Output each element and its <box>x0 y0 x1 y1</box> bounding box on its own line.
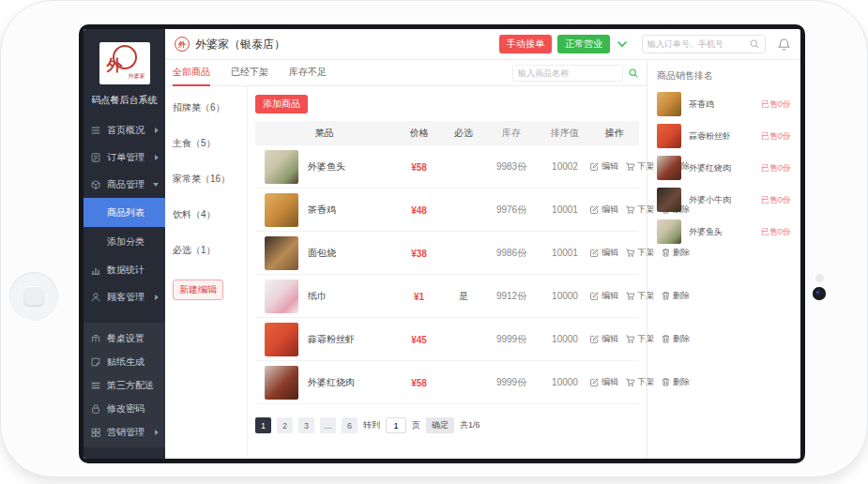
category-item[interactable]: 主食（5） <box>173 137 239 150</box>
page-button[interactable]: 3 <box>298 417 314 433</box>
goods-tabs: 全部商品已经下架库存不足 <box>165 60 647 86</box>
home-button-square <box>23 286 44 307</box>
dish-stock: 9986份 <box>482 247 541 260</box>
orders-icon <box>90 152 101 163</box>
category-item[interactable]: 家常菜（16） <box>173 173 239 186</box>
ranking-item: 茶香鸡 已售0份 <box>657 92 791 116</box>
tablet-home-button[interactable] <box>9 272 58 321</box>
ranking-item: 外婆小牛肉 已售0份 <box>657 188 791 212</box>
goods-tab[interactable]: 已经下架 <box>231 60 268 86</box>
goods-table-row: 外婆红烧肉 ¥58 9999份 10000 编辑 下架 删除 <box>255 361 639 404</box>
edit-action[interactable]: 编辑 <box>589 376 618 388</box>
dish-name: 纸巾 <box>308 290 327 303</box>
goods-search-input[interactable] <box>512 65 623 82</box>
menu-item-label: 订单管理 <box>107 151 145 164</box>
dish-price: ¥1 <box>414 292 424 302</box>
order-search-box <box>642 35 766 53</box>
edit-icon <box>589 334 600 344</box>
sidebar-menu-item[interactable]: 餐桌设置 <box>84 326 165 350</box>
menu-item-label: 修改密码 <box>107 402 145 416</box>
page-buttons: 123...6 <box>255 417 358 433</box>
sidebar: 外 外婆家 码点餐后台系统 首页概况 订单管理 商品管理 商品列表添加分类 数据… <box>84 29 165 459</box>
col-stock: 库存 <box>482 127 541 140</box>
category-item[interactable]: 饮料（4） <box>173 208 239 221</box>
list-icon <box>90 125 101 136</box>
sidebar-menu-item[interactable]: 数据统计 <box>84 256 165 283</box>
goods-search-icon[interactable] <box>628 68 639 79</box>
brand-logo-char: 外 <box>107 54 123 76</box>
goto-page-input[interactable] <box>386 417 406 433</box>
edit-action[interactable]: 编辑 <box>589 204 618 216</box>
col-price: 价格 <box>393 127 445 140</box>
goto-confirm-button[interactable]: 确定 <box>426 417 454 433</box>
edit-icon <box>589 377 600 387</box>
sticker-icon <box>90 356 101 368</box>
dish-photo <box>265 150 298 184</box>
category-item[interactable]: 招牌菜（6） <box>173 101 239 114</box>
edit-action[interactable]: 编辑 <box>589 290 618 302</box>
new-edit-button[interactable]: 新建编辑 <box>173 280 223 300</box>
edit-icon <box>589 248 600 258</box>
ranking-item-photo <box>657 156 681 180</box>
sidebar-menu-item[interactable]: 顾客管理 <box>84 283 165 310</box>
notification-bell-icon[interactable] <box>777 38 791 52</box>
sidebar-menu-item[interactable]: 首页概况 <box>84 116 165 144</box>
page-button[interactable]: ... <box>320 417 336 433</box>
ranking-item-sold: 已售0份 <box>761 194 791 206</box>
tablet-frame: 外 外婆家 码点餐后台系统 首页概况 订单管理 商品管理 商品列表添加分类 数据… <box>0 0 868 477</box>
store-name: 外婆家（银泰店） <box>195 37 285 53</box>
table-header-row: 菜品 价格 必选 库存 排序值 操作 <box>255 121 639 145</box>
tablet-sensor-dot <box>815 274 824 282</box>
page-button[interactable]: 2 <box>277 417 293 433</box>
sidebar-menu-item[interactable]: 第三方配送 <box>84 373 165 397</box>
ranking-item-name: 外婆小牛肉 <box>689 194 754 206</box>
category-item[interactable]: 必选（1） <box>173 244 239 257</box>
dish-photo <box>265 193 298 227</box>
add-goods-button[interactable]: 添加商品 <box>255 95 308 113</box>
table-body: 外婆鱼头 ¥58 9983份 10002 编辑 下架 删除 茶香鸡 ¥48 99… <box>255 145 639 404</box>
business-status-button[interactable]: 正常营业 <box>557 35 610 53</box>
sidebar-menu-item[interactable]: 营销管理 <box>84 420 165 444</box>
page-button[interactable]: 6 <box>342 417 358 433</box>
edit-label: 编辑 <box>602 160 618 173</box>
col-required: 必选 <box>445 127 482 140</box>
dish-photo <box>265 323 298 356</box>
goods-search-box <box>512 65 639 82</box>
sidebar-menu-item[interactable]: 商品管理 <box>84 171 165 198</box>
cart-icon <box>625 291 635 301</box>
content-row: 招牌菜（6）主食（5）家常菜（16）饮料（4）必选（1）新建编辑 添加商品 菜品… <box>165 86 647 459</box>
menu-item-label: 贴纸生成 <box>107 355 145 369</box>
table-icon <box>90 333 101 344</box>
dish-sort-value: 10002 <box>541 161 589 172</box>
edit-action[interactable]: 编辑 <box>589 333 618 345</box>
dish-stock: 9983份 <box>482 160 541 174</box>
ranking-item-photo <box>657 124 681 148</box>
manual-order-button[interactable]: 手动接单 <box>499 35 552 53</box>
page-unit-label: 页 <box>412 419 420 431</box>
order-search-input[interactable] <box>647 39 749 49</box>
goods-tab[interactable]: 全部商品 <box>173 60 210 86</box>
sidebar-submenu-item[interactable]: 商品列表 <box>84 198 165 227</box>
chevron-down-icon[interactable] <box>616 38 629 51</box>
dish-photo <box>265 236 298 270</box>
edit-icon <box>589 161 600 172</box>
page-button[interactable]: 1 <box>255 417 271 433</box>
delivery-icon <box>90 380 101 391</box>
ranking-item: 外婆红烧肉 已售0份 <box>657 156 791 180</box>
edit-action[interactable]: 编辑 <box>589 247 618 259</box>
dish-name: 外婆红烧肉 <box>308 376 355 389</box>
edit-action[interactable]: 编辑 <box>589 160 618 173</box>
search-icon[interactable] <box>749 38 760 50</box>
menu-item-label: 数据统计 <box>107 264 145 277</box>
sidebar-menu-item[interactable]: 贴纸生成 <box>84 350 165 373</box>
sidebar-submenu-item[interactable]: 添加分类 <box>84 227 165 256</box>
goods-table-row: 面包烧 ¥38 9986份 10001 编辑 下架 删除 <box>255 232 639 275</box>
goods-icon <box>90 179 101 190</box>
ranking-item-sold: 已售0份 <box>761 226 791 238</box>
goods-tab[interactable]: 库存不足 <box>289 60 327 86</box>
goods-table-row: 纸巾 ¥1 是 9912份 10000 编辑 下架 删除 <box>255 275 639 318</box>
dish-name: 外婆鱼头 <box>308 160 345 174</box>
sidebar-menu-item[interactable]: 订单管理 <box>84 144 165 171</box>
cart-icon <box>625 248 635 258</box>
sidebar-menu-item[interactable]: 修改密码 <box>84 397 165 420</box>
